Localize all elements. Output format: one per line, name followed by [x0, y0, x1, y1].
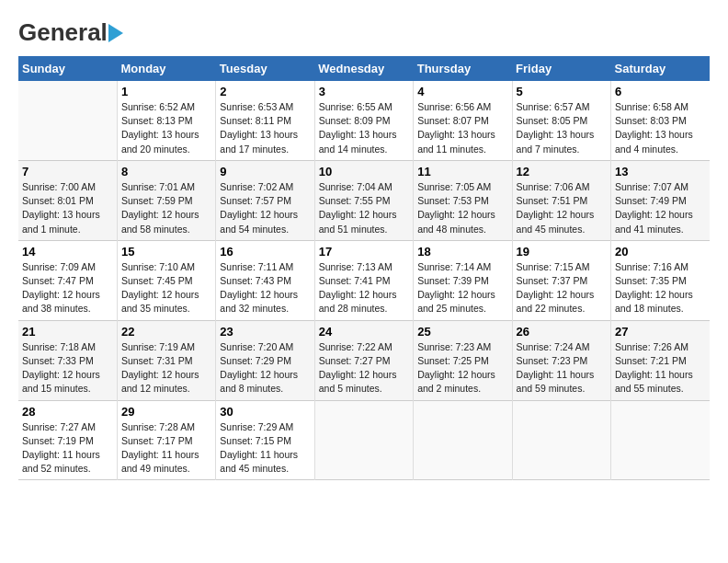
day-info: Sunrise: 7:20 AM Sunset: 7:29 PM Dayligh… [220, 340, 310, 396]
day-cell: 22Sunrise: 7:19 AM Sunset: 7:31 PM Dayli… [117, 320, 215, 400]
day-info: Sunrise: 7:19 AM Sunset: 7:31 PM Dayligh… [121, 340, 211, 396]
day-number: 28 [22, 405, 113, 419]
day-cell: 8Sunrise: 7:01 AM Sunset: 7:59 PM Daylig… [117, 160, 215, 240]
weekday-header-tuesday: Tuesday [216, 56, 314, 81]
day-info: Sunrise: 7:01 AM Sunset: 7:59 PM Dayligh… [121, 180, 211, 236]
day-info: Sunrise: 6:55 AM Sunset: 8:09 PM Dayligh… [319, 100, 409, 156]
day-cell: 13Sunrise: 7:07 AM Sunset: 7:49 PM Dayli… [611, 160, 710, 240]
week-row-5: 28Sunrise: 7:27 AM Sunset: 7:19 PM Dayli… [18, 400, 710, 480]
day-cell: 5Sunrise: 6:57 AM Sunset: 8:05 PM Daylig… [512, 81, 610, 160]
day-cell: 10Sunrise: 7:04 AM Sunset: 7:55 PM Dayli… [314, 160, 413, 240]
day-number: 19 [517, 245, 607, 259]
day-info: Sunrise: 7:09 AM Sunset: 7:47 PM Dayligh… [22, 260, 113, 316]
day-info: Sunrise: 6:53 AM Sunset: 8:11 PM Dayligh… [220, 100, 310, 156]
day-cell: 29Sunrise: 7:28 AM Sunset: 7:17 PM Dayli… [117, 400, 215, 480]
day-number: 16 [220, 245, 310, 259]
day-cell: 21Sunrise: 7:18 AM Sunset: 7:33 PM Dayli… [18, 320, 117, 400]
day-info: Sunrise: 7:10 AM Sunset: 7:45 PM Dayligh… [121, 260, 211, 316]
day-cell: 30Sunrise: 7:29 AM Sunset: 7:15 PM Dayli… [216, 400, 314, 480]
day-number: 12 [517, 165, 607, 178]
day-number: 3 [319, 85, 409, 98]
day-number: 8 [121, 165, 211, 178]
day-info: Sunrise: 7:14 AM Sunset: 7:39 PM Dayligh… [417, 260, 507, 316]
day-info: Sunrise: 7:07 AM Sunset: 7:49 PM Dayligh… [615, 180, 706, 236]
day-info: Sunrise: 7:28 AM Sunset: 7:17 PM Dayligh… [121, 420, 211, 477]
day-info: Sunrise: 7:29 AM Sunset: 7:15 PM Dayligh… [220, 420, 310, 477]
weekday-header-thursday: Thursday [414, 56, 512, 81]
week-row-4: 21Sunrise: 7:18 AM Sunset: 7:33 PM Dayli… [18, 320, 710, 400]
day-cell: 23Sunrise: 7:20 AM Sunset: 7:29 PM Dayli… [216, 320, 314, 400]
logo-text-general: General [18, 18, 108, 47]
day-number: 22 [121, 325, 211, 339]
day-number: 9 [220, 165, 310, 178]
day-cell: 2Sunrise: 6:53 AM Sunset: 8:11 PM Daylig… [216, 81, 314, 160]
day-cell: 20Sunrise: 7:16 AM Sunset: 7:35 PM Dayli… [611, 240, 710, 320]
day-cell: 19Sunrise: 7:15 AM Sunset: 7:37 PM Dayli… [512, 240, 610, 320]
day-number: 18 [417, 245, 507, 259]
day-cell: 25Sunrise: 7:23 AM Sunset: 7:25 PM Dayli… [414, 320, 512, 400]
day-number: 25 [417, 325, 507, 339]
weekday-header-wednesday: Wednesday [314, 56, 413, 81]
week-row-3: 14Sunrise: 7:09 AM Sunset: 7:47 PM Dayli… [18, 240, 710, 320]
day-info: Sunrise: 7:11 AM Sunset: 7:43 PM Dayligh… [220, 260, 310, 316]
day-number: 10 [319, 165, 409, 178]
day-cell: 14Sunrise: 7:09 AM Sunset: 7:47 PM Dayli… [18, 240, 117, 320]
day-cell: 3Sunrise: 6:55 AM Sunset: 8:09 PM Daylig… [314, 81, 413, 160]
weekday-header-monday: Monday [117, 56, 215, 81]
day-cell: 9Sunrise: 7:02 AM Sunset: 7:57 PM Daylig… [216, 160, 314, 240]
day-number: 20 [615, 245, 706, 259]
week-row-2: 7Sunrise: 7:00 AM Sunset: 8:01 PM Daylig… [18, 160, 710, 240]
day-cell: 7Sunrise: 7:00 AM Sunset: 8:01 PM Daylig… [18, 160, 117, 240]
day-number: 4 [417, 85, 507, 98]
day-number: 1 [121, 85, 211, 98]
day-info: Sunrise: 7:26 AM Sunset: 7:21 PM Dayligh… [615, 340, 706, 396]
week-row-1: 1Sunrise: 6:52 AM Sunset: 8:13 PM Daylig… [18, 81, 710, 160]
day-info: Sunrise: 7:13 AM Sunset: 7:41 PM Dayligh… [319, 260, 409, 316]
day-cell [18, 81, 117, 160]
day-info: Sunrise: 7:27 AM Sunset: 7:19 PM Dayligh… [22, 420, 113, 477]
day-number: 5 [517, 85, 607, 98]
day-number: 27 [615, 325, 706, 339]
day-cell: 6Sunrise: 6:58 AM Sunset: 8:03 PM Daylig… [611, 81, 710, 160]
day-cell: 16Sunrise: 7:11 AM Sunset: 7:43 PM Dayli… [216, 240, 314, 320]
day-number: 29 [121, 405, 211, 419]
day-info: Sunrise: 7:24 AM Sunset: 7:23 PM Dayligh… [517, 340, 607, 396]
day-info: Sunrise: 6:57 AM Sunset: 8:05 PM Dayligh… [517, 100, 607, 156]
day-info: Sunrise: 6:58 AM Sunset: 8:03 PM Dayligh… [615, 100, 706, 156]
day-info: Sunrise: 7:15 AM Sunset: 7:37 PM Dayligh… [517, 260, 607, 316]
day-cell: 24Sunrise: 7:22 AM Sunset: 7:27 PM Dayli… [314, 320, 413, 400]
day-info: Sunrise: 6:52 AM Sunset: 8:13 PM Dayligh… [121, 100, 211, 156]
weekday-header-friday: Friday [512, 56, 610, 81]
calendar-table: SundayMondayTuesdayWednesdayThursdayFrid… [18, 56, 710, 480]
day-cell: 11Sunrise: 7:05 AM Sunset: 7:53 PM Dayli… [414, 160, 512, 240]
day-cell: 27Sunrise: 7:26 AM Sunset: 7:21 PM Dayli… [611, 320, 710, 400]
day-number: 24 [319, 325, 409, 339]
day-info: Sunrise: 7:22 AM Sunset: 7:27 PM Dayligh… [319, 340, 409, 396]
day-info: Sunrise: 7:04 AM Sunset: 7:55 PM Dayligh… [319, 180, 409, 236]
weekday-header-saturday: Saturday [611, 56, 710, 81]
day-number: 21 [22, 325, 113, 339]
day-number: 7 [22, 165, 113, 178]
day-info: Sunrise: 7:16 AM Sunset: 7:35 PM Dayligh… [615, 260, 706, 316]
day-number: 17 [319, 245, 409, 259]
day-cell [512, 400, 610, 480]
day-cell: 15Sunrise: 7:10 AM Sunset: 7:45 PM Dayli… [117, 240, 215, 320]
day-info: Sunrise: 7:23 AM Sunset: 7:25 PM Dayligh… [417, 340, 507, 396]
logo: General [18, 18, 123, 47]
day-cell [414, 400, 512, 480]
day-number: 13 [615, 165, 706, 178]
page-header: General [18, 18, 710, 47]
day-number: 30 [220, 405, 310, 419]
day-info: Sunrise: 7:18 AM Sunset: 7:33 PM Dayligh… [22, 340, 113, 396]
day-info: Sunrise: 7:02 AM Sunset: 7:57 PM Dayligh… [220, 180, 310, 236]
day-number: 14 [22, 245, 113, 259]
day-cell: 18Sunrise: 7:14 AM Sunset: 7:39 PM Dayli… [414, 240, 512, 320]
day-number: 15 [121, 245, 211, 259]
day-info: Sunrise: 6:56 AM Sunset: 8:07 PM Dayligh… [417, 100, 507, 156]
day-number: 2 [220, 85, 310, 98]
day-info: Sunrise: 7:05 AM Sunset: 7:53 PM Dayligh… [417, 180, 507, 236]
day-cell: 4Sunrise: 6:56 AM Sunset: 8:07 PM Daylig… [414, 81, 512, 160]
weekday-header-sunday: Sunday [18, 56, 117, 81]
day-cell [611, 400, 710, 480]
day-info: Sunrise: 7:06 AM Sunset: 7:51 PM Dayligh… [517, 180, 607, 236]
